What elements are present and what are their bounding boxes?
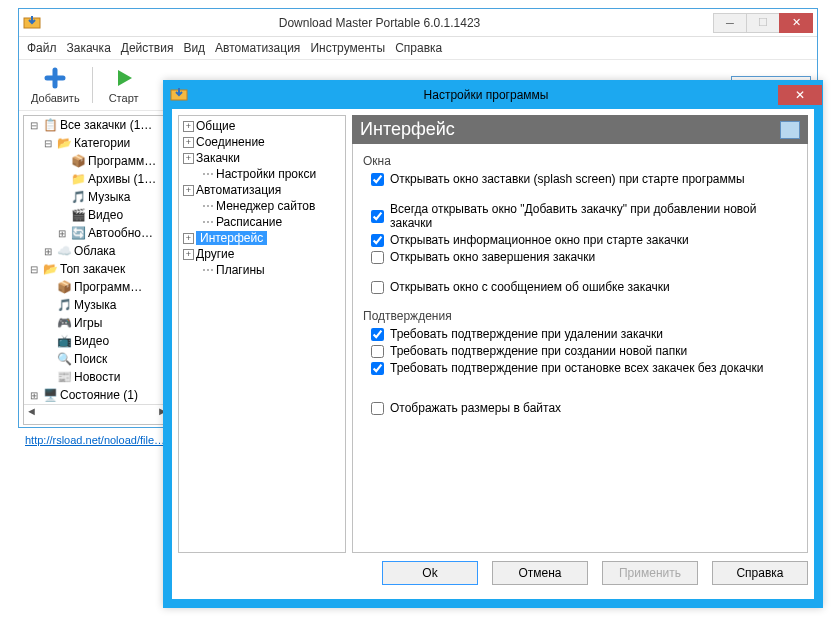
video-icon: 🎬	[70, 207, 86, 223]
menu-file[interactable]: Файл	[27, 41, 57, 55]
tree-proxy[interactable]: ⋯Настройки прокси	[179, 166, 345, 182]
tree-interface[interactable]: +Интерфейс	[179, 230, 345, 246]
dialog-titlebar: Настройки программы ✕	[164, 81, 822, 109]
window-icon	[780, 121, 800, 139]
chk-complete-window[interactable]: Открывать окно завершения закачки	[371, 250, 797, 264]
start-button[interactable]: Старт	[99, 64, 149, 106]
checkbox[interactable]	[371, 362, 384, 375]
tree-top-item[interactable]: 🔍Поиск	[24, 350, 170, 368]
dialog-title: Настройки программы	[194, 88, 778, 102]
help-button[interactable]: Справка	[712, 561, 808, 585]
main-title: Download Master Portable 6.0.1.1423	[45, 16, 714, 30]
checkbox[interactable]	[371, 402, 384, 415]
game-icon: 🎮	[56, 315, 72, 331]
chk-confirm-delete[interactable]: Требовать подтверждение при удалении зак…	[371, 327, 797, 341]
refresh-icon: 🔄	[70, 225, 86, 241]
settings-tree: +Общие +Соединение +Закачки ⋯Настройки п…	[178, 115, 346, 553]
chk-bytes[interactable]: Отображать размеры в байтах	[371, 401, 797, 415]
tree-top-item[interactable]: 📰Новости	[24, 368, 170, 386]
tree-top-item[interactable]: 🎵Музыка	[24, 296, 170, 314]
tv-icon: 📺	[56, 333, 72, 349]
menu-view[interactable]: Вид	[183, 41, 205, 55]
menu-automation[interactable]: Автоматизация	[215, 41, 300, 55]
tree-top-item[interactable]: 📦Программ…	[24, 278, 170, 296]
add-label: Добавить	[31, 92, 80, 104]
tree-connection[interactable]: +Соединение	[179, 134, 345, 150]
app-icon	[170, 86, 188, 104]
tree-categories[interactable]: ⊟📂Категории	[24, 134, 170, 152]
tree-general[interactable]: +Общие	[179, 118, 345, 134]
chk-info-window[interactable]: Открывать информационное окно при старте…	[371, 233, 797, 247]
folder-icon: 📂	[56, 135, 72, 151]
close-button[interactable]: ✕	[779, 13, 813, 33]
tree-hscroll[interactable]: ◄►	[24, 404, 170, 417]
tree-cat-item[interactable]: 🎬Видео	[24, 206, 170, 224]
main-titlebar: Download Master Portable 6.0.1.1423 ─ ☐ …	[19, 9, 817, 37]
toolbar-separator	[92, 67, 93, 103]
tree-cat-item[interactable]: 📦Программ…	[24, 152, 170, 170]
tree-status[interactable]: ⊞🖥️Состояние (1)	[24, 386, 170, 404]
apply-button[interactable]: Применить	[602, 561, 698, 585]
archive-icon: 📁	[70, 171, 86, 187]
tree-all-downloads[interactable]: ⊟📋Все закачки (1…	[24, 116, 170, 134]
tree-plugins[interactable]: ⋯Плагины	[179, 262, 345, 278]
dialog-close-button[interactable]: ✕	[778, 85, 822, 105]
window-controls: ─ ☐ ✕	[714, 13, 813, 33]
chk-splash[interactable]: Открывать окно заставки (splash screen) …	[371, 172, 797, 186]
tree-downloads[interactable]: +Закачки	[179, 150, 345, 166]
status-link[interactable]: http://rsload.net/noload/file…	[25, 434, 165, 446]
checkbox[interactable]	[371, 328, 384, 341]
menu-help[interactable]: Справка	[395, 41, 442, 55]
tree-cat-item[interactable]: 📁Архивы (1…	[24, 170, 170, 188]
settings-dialog: Настройки программы ✕ +Общие +Соединение…	[163, 80, 823, 608]
section-title: Интерфейс	[360, 119, 455, 140]
settings-pane: Окна Открывать окно заставки (splash scr…	[352, 144, 808, 553]
music-icon: 🎵	[70, 189, 86, 205]
checkbox[interactable]	[371, 345, 384, 358]
chk-confirm-stop[interactable]: Требовать подтверждение при остановке вс…	[371, 361, 797, 375]
tree-sitemgr[interactable]: ⋯Менеджер сайтов	[179, 198, 345, 214]
play-icon	[112, 66, 136, 90]
checkbox[interactable]	[371, 281, 384, 294]
chk-error-window[interactable]: Открывать окно с сообщением об ошибке за…	[371, 280, 797, 294]
list-icon: 📋	[42, 117, 58, 133]
music-icon: 🎵	[56, 297, 72, 313]
tree-cat-item[interactable]: 🎵Музыка	[24, 188, 170, 206]
plus-icon	[43, 66, 67, 90]
ok-button[interactable]: Ok	[382, 561, 478, 585]
tree-schedule[interactable]: ⋯Расписание	[179, 214, 345, 230]
chk-confirm-folder[interactable]: Требовать подтверждение при создании нов…	[371, 344, 797, 358]
news-icon: 📰	[56, 369, 72, 385]
tree-other[interactable]: +Другие	[179, 246, 345, 262]
menu-download[interactable]: Закачка	[67, 41, 111, 55]
checkbox[interactable]	[371, 251, 384, 264]
chk-add-window[interactable]: Всегда открывать окно "Добавить закачку"…	[371, 202, 797, 230]
tree-cat-item[interactable]: ⊞🔄Автообно…	[24, 224, 170, 242]
cloud-icon: ☁️	[56, 243, 72, 259]
section-header: Интерфейс	[352, 115, 808, 144]
menu-actions[interactable]: Действия	[121, 41, 174, 55]
cancel-button[interactable]: Отмена	[492, 561, 588, 585]
tree-automation[interactable]: +Автоматизация	[179, 182, 345, 198]
maximize-button[interactable]: ☐	[746, 13, 780, 33]
tree-top-item[interactable]: 🎮Игры	[24, 314, 170, 332]
start-label: Старт	[109, 92, 139, 104]
main-menu: Файл Закачка Действия Вид Автоматизация …	[19, 37, 817, 60]
add-button[interactable]: Добавить	[25, 64, 86, 106]
app-icon	[23, 14, 41, 32]
tree-top[interactable]: ⊟📂Топ закачек	[24, 260, 170, 278]
box-icon: 📦	[56, 279, 72, 295]
tree-clouds[interactable]: ⊞☁️Облака	[24, 242, 170, 260]
group-confirm-label: Подтверждения	[363, 309, 797, 323]
dialog-buttons: Ok Отмена Применить Справка	[178, 553, 808, 585]
folder-icon: 📂	[42, 261, 58, 277]
tree-top-item[interactable]: 📺Видео	[24, 332, 170, 350]
search-icon: 🔍	[56, 351, 72, 367]
sidebar: ⊟📋Все закачки (1… ⊟📂Категории 📦Программ……	[23, 115, 171, 425]
checkbox[interactable]	[371, 173, 384, 186]
minimize-button[interactable]: ─	[713, 13, 747, 33]
checkbox[interactable]	[371, 210, 384, 223]
status-icon: 🖥️	[42, 387, 58, 403]
menu-tools[interactable]: Инструменты	[310, 41, 385, 55]
checkbox[interactable]	[371, 234, 384, 247]
